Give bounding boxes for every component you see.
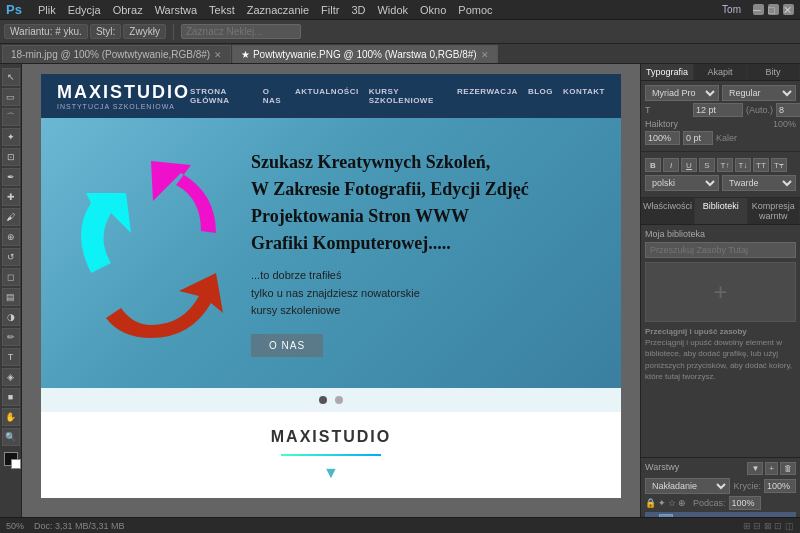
text-tool[interactable]: T — [2, 348, 20, 366]
layer-filter-lock-icon[interactable]: ⊕ — [678, 498, 686, 508]
tab-file2[interactable]: ★ Powtwtywanie.PNG @ 100% (Warstwa 0,RGB… — [232, 45, 498, 63]
tab-properties[interactable]: Właściwości — [641, 198, 695, 224]
layer-move-icon[interactable]: ✦ — [658, 498, 666, 508]
hero-sub-line1: ...to dobrze trafiłeś — [251, 267, 601, 285]
window-maximize[interactable]: □ — [768, 4, 779, 15]
tab-paragraph[interactable]: Akapit — [694, 64, 747, 80]
leading-input[interactable] — [776, 103, 800, 117]
file-info: Doc: 3,31 MB/3,31 MB — [34, 521, 125, 531]
font-size-row: T (Auto.) — [645, 103, 796, 117]
crop-tool[interactable]: ⊡ — [2, 148, 20, 166]
canvas-area[interactable]: MAXISTUDIO INSTYTUCJA SZKOLENIOWA STRONA… — [22, 64, 640, 533]
zoom-tool[interactable]: 🔍 — [2, 428, 20, 446]
magic-wand-tool[interactable]: ✦ — [2, 128, 20, 146]
menu-edit[interactable]: Edycja — [68, 4, 101, 16]
tracking-input[interactable] — [645, 131, 680, 145]
dot-2[interactable] — [335, 396, 343, 404]
menu-filter[interactable]: Filtr — [321, 4, 339, 16]
select-tool[interactable]: ▭ — [2, 88, 20, 106]
strikethrough-icon[interactable]: S — [699, 158, 715, 172]
lasso-tool[interactable]: ⌒ — [2, 108, 20, 126]
layer-new-icon[interactable]: + — [765, 462, 778, 475]
menu-layer[interactable]: Warstwa — [155, 4, 197, 16]
nav-contact[interactable]: KONTAKT — [563, 87, 605, 105]
brush-tool[interactable]: 🖌 — [2, 208, 20, 226]
layer-delete-icon[interactable]: 🗑 — [780, 462, 796, 475]
menu-select[interactable]: Zaznaczanie — [247, 4, 309, 16]
kern-input[interactable] — [683, 131, 713, 145]
underline-icon[interactable]: U — [681, 158, 697, 172]
layer-filter-icon[interactable]: ▼ — [747, 462, 763, 475]
menu-image[interactable]: Obraz — [113, 4, 143, 16]
search-input[interactable] — [181, 24, 301, 39]
background-color[interactable] — [11, 459, 21, 469]
history-brush-tool[interactable]: ↺ — [2, 248, 20, 266]
nav-about[interactable]: O NAS — [263, 87, 285, 105]
spot-heal-tool[interactable]: ✚ — [2, 188, 20, 206]
tab-file1-close[interactable]: ✕ — [214, 50, 222, 60]
toolbar-separator — [173, 24, 174, 40]
tab-file1[interactable]: 18-min.jpg @ 100% (Powtwtywanie,RGB/8#) … — [2, 45, 231, 63]
toolbar-style-value[interactable]: Zwykły — [123, 24, 166, 39]
menu-window[interactable]: Okno — [420, 4, 446, 16]
tab-file2-close[interactable]: ✕ — [481, 50, 489, 60]
nav-blog[interactable]: BLOG — [528, 87, 553, 105]
mode-select[interactable]: Twarde — [722, 175, 796, 191]
font-size-input[interactable] — [693, 103, 743, 117]
tab-typography[interactable]: Typografia — [641, 64, 694, 80]
nav-news[interactable]: AKTUALNOŚCI — [295, 87, 359, 105]
eyedropper-tool[interactable]: ✒ — [2, 168, 20, 186]
font-name-select[interactable]: Myriad Pro — [645, 85, 719, 101]
status-icons: ⊞ ⊟ ⊠ ⊡ ◫ — [743, 521, 794, 531]
nav-courses[interactable]: KURSY SZKOLENIOWE — [369, 87, 447, 105]
foreground-color[interactable] — [4, 452, 18, 466]
blend-mode-select[interactable]: Nakładanie — [645, 478, 730, 494]
layer-art-icon[interactable]: ☆ — [668, 498, 676, 508]
window-minimize[interactable]: ─ — [753, 4, 764, 15]
language-select[interactable]: polski — [645, 175, 719, 191]
clone-tool[interactable]: ⊕ — [2, 228, 20, 246]
menu-help[interactable]: Pomoc — [458, 4, 492, 16]
layer-lock-icon[interactable]: 🔒 — [645, 498, 656, 508]
nav-reserve[interactable]: REZERWACJA — [457, 87, 518, 105]
nav-home[interactable]: STRONA GŁÓWNA — [190, 87, 253, 105]
library-preview: + — [645, 262, 796, 322]
hero-cta-button[interactable]: O NAS — [251, 334, 323, 357]
menu-text[interactable]: Tekst — [209, 4, 235, 16]
hand-tool[interactable]: ✋ — [2, 408, 20, 426]
gradient-tool[interactable]: ▤ — [2, 288, 20, 306]
tab-library[interactable]: Biblioteki — [695, 198, 748, 224]
subscript-icon[interactable]: T↓ — [735, 158, 751, 172]
move-tool[interactable]: ↖ — [2, 68, 20, 86]
allcaps-icon[interactable]: TT — [753, 158, 769, 172]
italic-icon[interactable]: I — [663, 158, 679, 172]
bold-icon[interactable]: B — [645, 158, 661, 172]
menu-file[interactable]: Plik — [38, 4, 56, 16]
dodge-tool[interactable]: ◑ — [2, 308, 20, 326]
toolbar-style-label[interactable]: Styl: — [90, 24, 121, 39]
color-swatch[interactable]: Kaler — [716, 133, 737, 143]
tab-compression[interactable]: Kompresja warntw — [748, 198, 800, 224]
dot-1[interactable] — [319, 396, 327, 404]
superscript-icon[interactable]: T↑ — [717, 158, 733, 172]
library-search-input[interactable] — [645, 242, 796, 258]
pen-tool[interactable]: ✏ — [2, 328, 20, 346]
smallcaps-icon[interactable]: Tᴛ — [771, 158, 787, 172]
arrows-svg — [61, 143, 241, 363]
eraser-tool[interactable]: ◻ — [2, 268, 20, 286]
toolbar-variant-label[interactable]: Wariantu: # yku. — [4, 24, 88, 39]
scroll-down-icon[interactable]: ▼ — [57, 464, 605, 482]
library-plus-icon: + — [713, 278, 727, 306]
options-toolbar: Wariantu: # yku. Styl: Zwykły — [0, 20, 800, 44]
below-fold-line — [281, 454, 381, 456]
window-close[interactable]: ✕ — [783, 4, 794, 15]
menu-view[interactable]: Widok — [377, 4, 408, 16]
shape-tool[interactable]: ■ — [2, 388, 20, 406]
fill-input[interactable] — [729, 496, 761, 510]
font-style-select[interactable]: Regular — [722, 85, 796, 101]
tab-bits[interactable]: Bity — [747, 64, 800, 80]
path-select-tool[interactable]: ◈ — [2, 368, 20, 386]
opacity-input[interactable] — [764, 479, 796, 493]
menu-3d[interactable]: 3D — [351, 4, 365, 16]
main-layout: ↖ ▭ ⌒ ✦ ⊡ ✒ ✚ 🖌 ⊕ ↺ ◻ ▤ ◑ ✏ T ◈ ■ ✋ 🔍 MA… — [0, 64, 800, 533]
